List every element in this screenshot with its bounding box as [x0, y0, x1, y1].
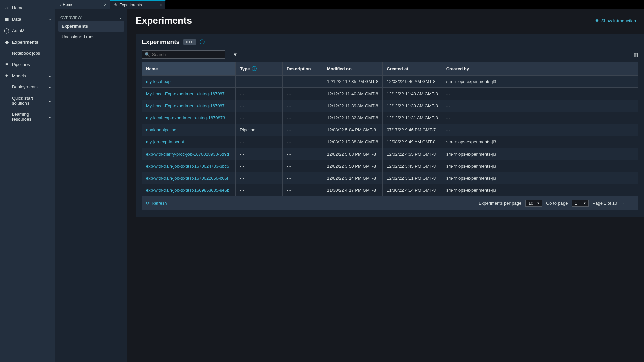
cell-created: 12/12/22 11:39 AM GMT-8 — [383, 100, 442, 112]
experiment-name-link[interactable]: my-local-exp — [142, 76, 236, 88]
goto-page-select[interactable]: 1 ▼ — [572, 200, 589, 207]
table-row: exp-with-train-job-tc-test-1669853685-8e… — [142, 184, 638, 196]
sidebar-item-experiments[interactable]: ◆Experiments — [0, 36, 55, 48]
experiment-name-link[interactable]: My-Local-Exp-experiments-integ-167087405… — [142, 88, 236, 100]
sidebar-item-notebook-jobs[interactable]: Notebook jobs — [0, 48, 55, 59]
cell-created: 12/08/22 9:49 AM GMT-8 — [383, 136, 442, 148]
sidebar-item-learning-resources[interactable]: Learning resources⌄ — [0, 109, 55, 125]
cell-description: - - — [283, 184, 323, 196]
filter-icon[interactable]: ▼ — [233, 52, 238, 57]
cell-description: - - — [283, 76, 323, 88]
close-icon[interactable]: × — [104, 2, 107, 7]
cell-created-by: - - — [442, 112, 638, 124]
cell-description: - - — [283, 148, 323, 160]
experiment-name-link[interactable]: exp-with-train-job-tc-test-1669853685-8e… — [142, 184, 236, 196]
column-label: Description — [287, 66, 311, 71]
column-header-created-at[interactable]: Created at — [383, 62, 442, 76]
cell-modified: 12/12/22 11:39 AM GMT-8 — [323, 100, 383, 112]
sidebar-item-quick-start-solutions[interactable]: Quick start solutions⌄ — [0, 93, 55, 109]
eye-icon: 👁 — [595, 18, 599, 23]
cell-description: - - — [283, 136, 323, 148]
per-page-value: 10 — [528, 201, 533, 206]
cell-created-by: - - — [442, 124, 638, 136]
table-row: my-local-exp-experiments-integ-167087351… — [142, 112, 638, 124]
experiment-name-link[interactable]: My-Local-Exp-experiments-integ-167087396… — [142, 100, 236, 112]
cell-type: - - — [236, 148, 283, 160]
show-introduction-link[interactable]: 👁 Show introduction — [595, 18, 636, 23]
overview-group-header[interactable]: Overview ⌄ — [58, 14, 124, 21]
cell-description: - - — [283, 100, 323, 112]
sidebar-item-label: Learning resources — [12, 112, 48, 122]
per-page-label: Experiments per page — [479, 201, 521, 206]
sidebar-item-deployments[interactable]: Deployments⌄ — [0, 81, 55, 93]
goto-page-label: Go to page — [546, 201, 568, 206]
overview-item-unassigned-runs[interactable]: Unassigned runs — [58, 32, 124, 42]
table-footer: ⟳ Refresh Experiments per page 10 ▼ Go t… — [142, 196, 638, 210]
cell-description: - - — [283, 172, 323, 184]
cell-created-by: - - — [442, 88, 638, 100]
chevron-down-icon: ⌄ — [48, 85, 51, 89]
cell-description: - - — [283, 160, 323, 172]
page-title: Experiments — [136, 15, 192, 26]
sidebar-item-label: Quick start solutions — [12, 96, 48, 106]
page-status: Page 1 of 10 — [593, 201, 618, 206]
experiment-name-link[interactable]: exp-with-train-job-tc-test-1670024733-3b… — [142, 160, 236, 172]
column-header-type[interactable]: Typeⓘ — [236, 62, 283, 76]
info-icon[interactable]: ⓘ — [200, 39, 205, 45]
sidebar-icon: ⌂ — [3, 5, 10, 10]
sidebar-item-home[interactable]: ⌂Home — [0, 2, 55, 13]
close-icon[interactable]: × — [159, 2, 162, 8]
tab-experiments[interactable]: ⚗Experiments× — [110, 0, 166, 9]
info-icon[interactable]: ⓘ — [252, 66, 257, 72]
next-page-button[interactable]: › — [630, 201, 634, 206]
per-page-select[interactable]: 10 ▼ — [525, 200, 542, 207]
overview-item-experiments[interactable]: Experiments — [58, 21, 124, 32]
experiment-name-link[interactable]: my-job-exp-in-script — [142, 136, 236, 148]
sidebar-icon: 🖿 — [3, 16, 10, 22]
column-header-modified-on[interactable]: Modified on — [323, 62, 383, 76]
columns-icon[interactable]: ▥ — [633, 52, 638, 58]
table-row: My-Local-Exp-experiments-integ-167087405… — [142, 88, 638, 100]
cell-created-by: sm-mlops-experiments-jl3 — [442, 136, 638, 148]
sidebar-item-pipelines[interactable]: ≡Pipelines — [0, 59, 55, 70]
tab-home[interactable]: ⌂Home× — [55, 0, 110, 9]
prev-page-button[interactable]: ‹ — [621, 201, 625, 206]
column-header-description[interactable]: Description — [283, 62, 323, 76]
cell-created: 12/02/22 4:55 PM GMT-8 — [383, 148, 442, 160]
column-label: Created by — [446, 66, 469, 71]
cell-modified: 12/12/22 11:40 AM GMT-8 — [323, 88, 383, 100]
sidebar-item-automl[interactable]: ◯AutoML — [0, 25, 55, 36]
cell-type: - - — [236, 88, 283, 100]
experiment-name-link[interactable]: my-local-exp-experiments-integ-167087351… — [142, 112, 236, 124]
tab-label: Home — [63, 2, 73, 7]
cell-description: - - — [283, 88, 323, 100]
refresh-icon: ⟳ — [146, 201, 150, 206]
experiment-name-link[interactable]: exp-with-clarify-proc-job-1670028938-5d9… — [142, 148, 236, 160]
sidebar-item-models[interactable]: ✦Models⌄ — [0, 70, 55, 81]
chevron-down-icon: ⌄ — [48, 115, 51, 119]
sidebar-item-data[interactable]: 🖿Data⌄ — [0, 13, 55, 25]
table-row: abalonepipelinePipeline- -12/08/22 5:04 … — [142, 124, 638, 136]
experiment-name-link[interactable]: exp-with-train-job-tc-test-1670022660-b0… — [142, 172, 236, 184]
sidebar-item-label: Data — [12, 17, 48, 22]
column-header-name[interactable]: Name — [142, 62, 236, 76]
refresh-button[interactable]: ⟳ Refresh — [146, 201, 167, 206]
cell-created: 12/02/22 3:45 PM GMT-8 — [383, 160, 442, 172]
table-row: exp-with-clarify-proc-job-1670028938-5d9… — [142, 148, 638, 160]
experiment-name-link[interactable]: abalonepipeline — [142, 124, 236, 136]
cell-modified: 12/08/22 5:04 PM GMT-8 — [323, 124, 383, 136]
table-row: my-job-exp-in-script- -- -12/08/22 10:38… — [142, 136, 638, 148]
cell-created: 11/30/22 4:14 PM GMT-8 — [383, 184, 442, 196]
search-input[interactable] — [152, 52, 222, 57]
cell-created-by: - - — [442, 100, 638, 112]
cell-modified: 12/02/22 5:08 PM GMT-8 — [323, 148, 383, 160]
cell-modified: 12/12/22 11:32 AM GMT-8 — [323, 112, 383, 124]
column-header-created-by[interactable]: Created by — [442, 62, 638, 76]
experiments-table: NameTypeⓘDescriptionModified onCreated a… — [142, 62, 638, 196]
card-title: Experiments — [142, 38, 180, 46]
cell-type: Pipeline — [236, 124, 283, 136]
cell-description: - - — [283, 124, 323, 136]
cell-created: 12/12/22 11:31 AM GMT-8 — [383, 112, 442, 124]
column-label: Type — [240, 66, 250, 71]
table-row: my-local-exp- -- -12/12/22 12:35 PM GMT-… — [142, 76, 638, 88]
